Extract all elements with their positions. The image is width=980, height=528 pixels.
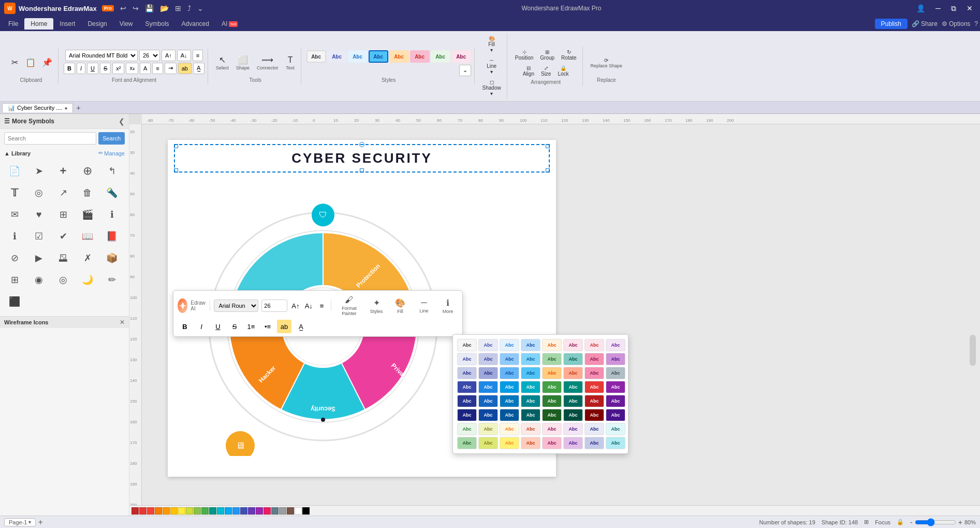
- more-button[interactable]: ⌄: [195, 3, 206, 13]
- sp-swatch-r1c8[interactable]: Abc: [606, 339, 625, 351]
- symbol-check[interactable]: ✔: [53, 226, 74, 247]
- sp-swatch-r3c2[interactable]: Abc: [478, 367, 498, 379]
- sp-swatch-r7c7[interactable]: Abc: [584, 423, 604, 435]
- color-swatch-yellow[interactable]: [178, 507, 185, 515]
- sp-swatch-r3c1[interactable]: Abc: [457, 367, 477, 379]
- color-swatch-white[interactable]: [295, 507, 302, 515]
- ft-size-input[interactable]: [261, 299, 287, 312]
- publish-button[interactable]: Publish: [875, 19, 908, 29]
- sp-swatch-r2c8[interactable]: Abc: [606, 353, 625, 365]
- text-button[interactable]: T Text: [283, 53, 298, 72]
- symbol-circle[interactable]: ◎: [28, 182, 49, 203]
- color-swatch-lightblue[interactable]: [225, 507, 232, 515]
- sp-swatch-r7c6[interactable]: Abc: [563, 423, 583, 435]
- ft-more-button[interactable]: ℹ More: [437, 296, 458, 316]
- scroll-indicator[interactable]: [970, 335, 976, 366]
- symbol-document[interactable]: 📄: [4, 161, 25, 181]
- sp-swatch-r6c4[interactable]: Abc: [521, 409, 540, 421]
- sp-swatch-r3c5[interactable]: Abc: [542, 367, 562, 379]
- color-swatch-green[interactable]: [201, 507, 209, 515]
- sp-swatch-r8c1[interactable]: Abc: [457, 437, 477, 449]
- bold-button[interactable]: B: [64, 63, 75, 74]
- ft-list-unordered[interactable]: •≡: [260, 320, 275, 333]
- superscript-button[interactable]: x²: [112, 63, 124, 74]
- zoom-in-button[interactable]: +: [958, 518, 962, 526]
- sp-swatch-r7c2[interactable]: Abc: [478, 423, 498, 435]
- copy-button[interactable]: 📋: [23, 56, 38, 69]
- sp-swatch-r2c2[interactable]: Abc: [478, 353, 498, 365]
- rotate-button[interactable]: ↻ Rotate: [559, 48, 579, 62]
- color-swatch-bluegray[interactable]: [271, 507, 279, 515]
- sp-swatch-r5c7[interactable]: Abc: [584, 395, 604, 407]
- sp-swatch-r8c4[interactable]: Abc: [521, 437, 540, 449]
- font-color-button[interactable]: A̲: [193, 63, 204, 74]
- wireframe-close-button[interactable]: ✕: [120, 319, 125, 326]
- sp-swatch-r4c6[interactable]: Abc: [563, 381, 583, 393]
- style-swatch-3[interactable]: Abc: [348, 50, 368, 63]
- symbol-trash[interactable]: 🗑: [77, 182, 98, 203]
- sp-swatch-r1c3[interactable]: Abc: [500, 339, 519, 351]
- color-swatch-red[interactable]: [139, 507, 147, 515]
- sp-swatch-r2c3[interactable]: Abc: [500, 353, 519, 365]
- sp-swatch-r5c4[interactable]: Abc: [521, 395, 540, 407]
- sp-swatch-r4c3[interactable]: Abc: [500, 381, 519, 393]
- symbol-chevron[interactable]: ↰: [101, 161, 122, 181]
- ft-highlight[interactable]: ab: [277, 320, 291, 333]
- symbol-arrow[interactable]: ➤: [28, 161, 49, 181]
- tab-advanced[interactable]: Advanced: [175, 18, 215, 30]
- sp-swatch-r6c2[interactable]: Abc: [478, 409, 498, 421]
- symbol-arrow-up[interactable]: ↗: [53, 182, 74, 203]
- symbol-T[interactable]: 𝕋: [4, 182, 25, 203]
- library-title[interactable]: ▲ Library: [4, 150, 31, 156]
- sp-swatch-r4c8[interactable]: Abc: [606, 381, 625, 393]
- ft-line-button[interactable]: ─ Line: [414, 296, 434, 315]
- color-swatch-deeppurple[interactable]: [248, 507, 255, 515]
- symbol-radio[interactable]: ◉: [28, 269, 49, 290]
- style-swatch-7[interactable]: Abc: [431, 50, 450, 63]
- color-swatch-purple[interactable]: [256, 507, 263, 515]
- symbol-checkbox[interactable]: ☑: [28, 226, 49, 247]
- sp-swatch-r4c5[interactable]: Abc: [542, 381, 562, 393]
- color-swatch-lightgreen[interactable]: [194, 507, 201, 515]
- doc-tab-close[interactable]: ●: [64, 105, 67, 111]
- symbol-play[interactable]: ▶: [28, 248, 49, 268]
- wireframe-header[interactable]: Wireframe Icons ✕: [0, 317, 129, 328]
- search-button[interactable]: Search: [98, 132, 125, 145]
- symbol-inbox[interactable]: 🗳: [53, 248, 74, 268]
- color-swatch-lightred[interactable]: [147, 507, 154, 515]
- sp-swatch-r3c8[interactable]: Abc: [606, 367, 625, 379]
- color-swatch-lightorange[interactable]: [163, 507, 170, 515]
- color-swatch-gray[interactable]: [279, 507, 286, 515]
- style-swatch-6[interactable]: Abc: [410, 50, 430, 63]
- share-link[interactable]: 🔗 Share: [912, 20, 938, 27]
- search-input[interactable]: [4, 132, 96, 145]
- sp-swatch-r1c4[interactable]: Abc: [521, 339, 540, 351]
- format-painter-button[interactable]: 🖌 Format Painter: [335, 294, 363, 318]
- symbol-film[interactable]: 🎬: [77, 204, 98, 225]
- ft-italic[interactable]: I: [194, 320, 209, 333]
- highlight-button[interactable]: ab: [178, 63, 192, 74]
- user-avatar[interactable]: 👤: [913, 3, 928, 14]
- sp-swatch-r6c6[interactable]: Abc: [563, 409, 583, 421]
- fill-button[interactable]: 🎨 Fill ▾: [485, 34, 499, 54]
- export-button[interactable]: ⤴: [185, 3, 193, 13]
- cut-button[interactable]: ✂: [7, 56, 22, 69]
- decrease-font-button[interactable]: A↓: [177, 50, 191, 61]
- add-tab-button[interactable]: +: [73, 103, 83, 113]
- sp-swatch-r5c3[interactable]: Abc: [500, 395, 519, 407]
- sp-swatch-r3c7[interactable]: Abc: [584, 367, 604, 379]
- lock-button[interactable]: 🔒 Lock: [555, 64, 571, 78]
- symbol-book-open[interactable]: 📖: [77, 226, 98, 247]
- sp-swatch-r8c7[interactable]: Abc: [584, 437, 604, 449]
- sp-swatch-r8c8[interactable]: Abc: [606, 437, 625, 449]
- color-swatch-pink[interactable]: [264, 507, 271, 515]
- color-swatch-brown[interactable]: [287, 507, 294, 515]
- sp-swatch-r6c8[interactable]: Abc: [606, 409, 625, 421]
- redo-button[interactable]: ↪: [130, 3, 141, 13]
- tab-home[interactable]: Home: [24, 18, 53, 30]
- sp-swatch-r8c6[interactable]: Abc: [563, 437, 583, 449]
- sp-swatch-r5c2[interactable]: Abc: [478, 395, 498, 407]
- sp-swatch-r6c3[interactable]: Abc: [500, 409, 519, 421]
- sp-swatch-r8c3[interactable]: Abc: [500, 437, 519, 449]
- symbol-minus[interactable]: ⬛: [4, 291, 25, 312]
